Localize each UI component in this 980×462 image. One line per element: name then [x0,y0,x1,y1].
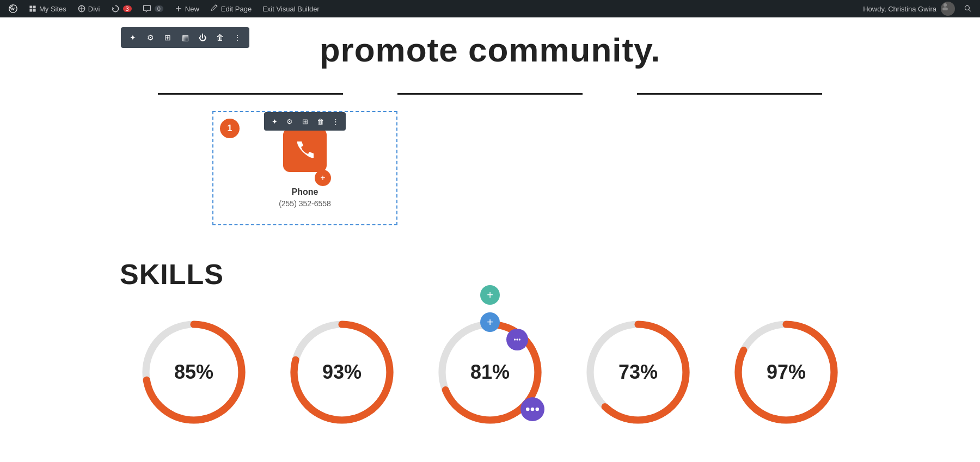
skills-section: SKILLS 85% [0,236,980,443]
dividers-row [0,93,980,95]
skill-circle-5: 97% [726,312,846,432]
card-number-badge: 1 [220,119,240,138]
svg-marker-3 [112,7,114,9]
divider-3 [637,93,822,95]
section-grid-btn[interactable]: ▦ [177,30,193,45]
phone-icon [293,138,317,162]
svg-text:W: W [11,7,15,11]
module-more-btn[interactable]: ⋮ [328,114,342,128]
section-toolbar: ✦ ⚙ ⊞ ▦ ⏻ 🗑 ⋮ [121,27,249,48]
contact-section: 1 ✦ ⚙ ⊞ 🗑 ⋮ + [0,111,980,225]
module-settings-btn[interactable]: ⚙ [283,114,297,128]
svg-point-5 [942,7,948,10]
avatar [941,2,955,16]
contact-card-1: 1 ✦ ⚙ ⊞ 🗑 ⋮ + [212,111,397,225]
svg-point-16 [526,408,530,411]
skill-chat-icon [520,349,544,462]
search-admin[interactable] [960,0,976,17]
comments-count: 0 [155,5,163,12]
edit-page[interactable]: Edit Page [206,0,256,17]
my-sites-menu[interactable]: My Sites [24,0,71,17]
divider-1 [158,93,343,95]
card-value: (255) 352-6558 [279,199,331,208]
skill-pct-1: 85% [174,361,213,384]
divider-2 [397,93,583,95]
section-disable-btn[interactable]: ⏻ [195,30,210,45]
card-icon-wrapper: ✦ ⚙ ⊞ 🗑 ⋮ + [283,128,327,181]
my-sites-label: My Sites [39,5,66,13]
cursor-indicator: + [315,170,331,186]
svg-point-4 [944,3,947,7]
module-toolbar: ✦ ⚙ ⊞ 🗑 ⋮ [264,112,346,131]
svg-point-9 [519,338,520,340]
svg-point-6 [965,5,969,10]
wp-logo[interactable]: W [4,0,22,17]
updates-menu[interactable]: 3 [107,0,136,17]
divi-menu[interactable]: Divi [73,0,105,17]
admin-bar-right: Howdy, Christina Gwira [860,0,976,17]
updates-count: 3 [123,5,132,12]
module-duplicate-btn[interactable]: ⊞ [298,114,312,128]
admin-bar: W My Sites Divi 3 0 New Edit Page Exit V… [0,0,980,17]
exit-builder-label: Exit Visual Builder [262,5,320,13]
new-menu[interactable]: New [170,0,204,17]
svg-point-8 [516,338,518,340]
skill-circle-4: 73% [578,312,698,432]
svg-point-7 [514,338,516,340]
card-label: Phone [292,187,318,197]
skill-chat-bubble[interactable] [520,397,544,421]
contact-card-2 [397,111,583,209]
module-move-btn[interactable]: ✦ [267,114,281,128]
section-duplicate-btn[interactable]: ⊞ [160,30,175,45]
section-settings-btn[interactable]: ⚙ [143,30,158,45]
chat-icon [511,334,523,346]
skill-pct-2: 93% [322,361,362,384]
skill-item-4: 73% [564,312,712,432]
section-more-btn[interactable]: ⋮ [230,30,245,45]
add-section-teal-btn[interactable]: + [480,285,500,305]
new-label: New [185,5,199,13]
svg-point-17 [531,408,535,411]
skill-circle-2: 93% [282,312,402,432]
section-delete-btn[interactable]: 🗑 [212,30,228,45]
skill-pct-5: 97% [767,361,806,384]
edit-page-label: Edit Page [221,5,252,13]
exit-builder[interactable]: Exit Visual Builder [258,0,324,17]
chat-bubble[interactable] [506,329,528,350]
skill-item-1: 85% [120,312,268,432]
comments-menu[interactable]: 0 [138,0,168,17]
contact-card-3 [583,111,768,209]
user-greeting: Howdy, Christina Gwira [863,5,936,13]
user-menu[interactable]: Howdy, Christina Gwira [860,0,958,17]
skill-item-5: 97% [712,312,860,432]
svg-point-18 [536,408,540,411]
add-section-blue-btn[interactable]: + [480,312,500,332]
skill-item-2: 93% [268,312,416,432]
phone-icon-box [283,128,327,172]
skill-pct-3: 81% [470,361,510,384]
divi-label: Divi [88,5,100,13]
skill-pct-4: 73% [618,361,658,384]
skill-circle-1: 85% [134,312,254,432]
page-content: ✦ ⚙ ⊞ ▦ ⏻ 🗑 ⋮ promote community. 1 [0,17,980,443]
module-delete-btn[interactable]: 🗑 [313,114,327,128]
section-move-btn[interactable]: ✦ [125,30,140,45]
